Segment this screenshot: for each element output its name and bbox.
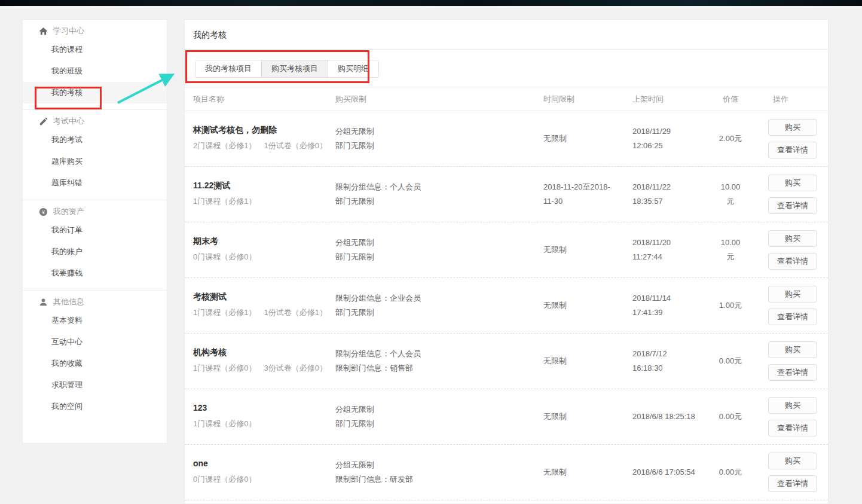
project-name: 11.22测试 xyxy=(193,180,329,191)
sidebar-section: 学习中心我的课程我的班级我的考核 xyxy=(23,20,167,110)
sidebar-section-title: 学习中心 xyxy=(23,23,167,39)
project-meta: 1门课程（必修1） 1份试卷（必修1） xyxy=(193,306,329,319)
buy-button[interactable]: 购买 xyxy=(768,175,817,191)
buy-button[interactable]: 购买 xyxy=(768,453,817,469)
listed-time: 2018/11/29 12:06:25 xyxy=(632,124,716,153)
purchase-limit-line2: 部门无限制 xyxy=(335,139,515,153)
sidebar-item[interactable]: 基本资料 xyxy=(23,310,167,331)
page-title: 我的考核 xyxy=(185,20,828,50)
sidebar-item[interactable]: 我的收藏 xyxy=(23,353,167,374)
purchase-limit-line1: 分组无限制 xyxy=(335,124,515,139)
project-meta: 1门课程（必修0） 3份试卷（必修0） xyxy=(193,361,329,375)
view-detail-button[interactable]: 查看详情 xyxy=(768,197,817,214)
listed-time: 2018/11/22 18:35:57 xyxy=(632,180,716,209)
sidebar-section: 考试中心我的考试题库购买题库纠错 xyxy=(23,110,167,200)
project-name: 林测试考核包，勿删除 xyxy=(193,124,329,135)
purchase-limit-line2: 部门无限制 xyxy=(335,417,515,431)
buy-button[interactable]: 购买 xyxy=(768,286,817,303)
view-detail-button[interactable]: 查看详情 xyxy=(768,420,817,436)
top-dark-strip xyxy=(0,0,862,6)
project-meta: 2门课程（必修1） 1份试卷（必修0） xyxy=(193,139,329,152)
tabs-row: 我的考核项目购买考核项目购买明细 xyxy=(185,50,828,87)
sidebar-section-label: 考试中心 xyxy=(53,116,84,127)
sidebar-section-title: 其他信息 xyxy=(23,294,167,310)
project-meta: 0门课程（必修0） xyxy=(193,250,329,264)
home-icon xyxy=(38,26,48,36)
purchase-limit-line2: 部门无限制 xyxy=(335,250,515,264)
time-limit: 无限制 xyxy=(543,354,610,368)
sidebar-item[interactable]: 我的考试 xyxy=(23,129,167,151)
buy-button[interactable]: 购买 xyxy=(768,341,817,358)
listed-time: 2018/7/12 16:18:30 xyxy=(632,347,716,375)
svg-text:¥: ¥ xyxy=(41,209,45,215)
sidebar-item[interactable]: 我的账户 xyxy=(23,241,167,262)
project-name: 期末考 xyxy=(193,236,329,246)
purchase-limit-line1: 分组无限制 xyxy=(335,458,515,472)
price: 2.00元 xyxy=(714,132,747,146)
purchase-limit-line2: 限制部门信息：研发部 xyxy=(335,472,515,487)
buy-button[interactable]: 购买 xyxy=(768,119,817,136)
sidebar-item[interactable]: 求职管理 xyxy=(23,374,167,396)
sidebar-item[interactable]: 我的空间 xyxy=(23,396,167,417)
purchase-limit-line1: 限制分组信息：企业会员 xyxy=(335,291,515,306)
sidebar-item[interactable]: 题库购买 xyxy=(23,151,167,172)
buy-button[interactable]: 购买 xyxy=(768,230,817,247)
header-listed-time: 上架时间 xyxy=(632,87,716,111)
buy-button[interactable]: 购买 xyxy=(768,397,817,414)
purchase-limit-line2: 限制部门信息：销售部 xyxy=(335,361,515,375)
view-detail-button[interactable]: 查看详情 xyxy=(768,253,817,270)
project-meta: 1门课程（必修1） xyxy=(193,194,329,208)
project-name: 机构考核 xyxy=(193,347,329,358)
purchase-limit-line1: 限制分组信息：个人会员 xyxy=(335,347,515,361)
price: 0.00元 xyxy=(714,410,747,424)
time-limit: 无限制 xyxy=(543,298,610,313)
sidebar-item[interactable]: 我要赚钱 xyxy=(23,262,167,284)
listed-time: 2018/11/14 17:41:39 xyxy=(632,291,716,320)
header-price: 价值 xyxy=(714,87,747,111)
tab[interactable]: 我的考核项目 xyxy=(195,60,261,77)
project-meta: 1门课程（必修0） xyxy=(193,417,329,430)
coin-icon: ¥ xyxy=(38,207,48,216)
sidebar-section: ¥我的资产我的订单我的账户我要赚钱 xyxy=(23,200,167,291)
sidebar-item[interactable]: 我的订单 xyxy=(23,219,167,241)
price: 10.00 元 xyxy=(714,236,747,264)
sidebar-item[interactable]: 我的课程 xyxy=(23,39,167,60)
time-limit: 无限制 xyxy=(543,243,610,257)
table-row: 林测试考核包，勿删除 2门课程（必修1） 1份试卷（必修0） 分组无限制 部门无… xyxy=(185,111,828,167)
table-row: 机构考核 1门课程（必修0） 3份试卷（必修0） 限制分组信息：个人会员 限制部… xyxy=(185,334,828,389)
table-row: 11.22测试 1门课程（必修1） 限制分组信息：个人会员 部门无限制 2018… xyxy=(185,167,828,222)
header-time-limit: 时间限制 xyxy=(543,87,610,111)
tab[interactable]: 购买考核项目 xyxy=(261,60,328,77)
header-project-name: 项目名称 xyxy=(193,87,329,111)
price: 10.00 元 xyxy=(714,180,747,209)
table-row: 考核测试 1门课程（必修1） 1份试卷（必修1） 限制分组信息：企业会员 部门无… xyxy=(185,278,828,334)
sidebar-section-title: 考试中心 xyxy=(23,114,167,129)
sidebar-section-title: ¥我的资产 xyxy=(23,204,167,219)
sidebar-sections: 学习中心我的课程我的班级我的考核考试中心我的考试题库购买题库纠错¥我的资产我的订… xyxy=(23,20,167,423)
project-meta: 0门课程（必修0） xyxy=(193,472,329,486)
listed-time: 2018/6/8 18:25:18 xyxy=(632,410,716,424)
tab[interactable]: 购买明细 xyxy=(328,60,378,77)
table-body: 林测试考核包，勿删除 2门课程（必修1） 1份试卷（必修0） 分组无限制 部门无… xyxy=(185,111,828,500)
purchase-limit-line2: 部门无限制 xyxy=(335,306,515,320)
sidebar-item[interactable]: 我的班级 xyxy=(23,60,167,82)
time-limit: 无限制 xyxy=(543,132,610,146)
sidebar-item[interactable]: 互动中心 xyxy=(23,331,167,353)
project-name: 123 xyxy=(193,402,329,413)
main-panel: 我的考核 我的考核项目购买考核项目购买明细 项目名称 购买限制 时间限制 上架时… xyxy=(184,19,829,504)
sidebar-item[interactable]: 我的考核 xyxy=(23,82,167,103)
view-detail-button[interactable]: 查看详情 xyxy=(768,364,817,381)
listed-time: 2018/6/6 17:05:54 xyxy=(632,465,716,479)
table-header: 项目名称 购买限制 时间限制 上架时间 价值 操作 xyxy=(185,87,828,111)
view-detail-button[interactable]: 查看详情 xyxy=(768,475,817,492)
time-limit: 2018-11-20至2018- 11-30 xyxy=(543,180,610,209)
sidebar-section-label: 我的资产 xyxy=(53,206,84,217)
view-detail-button[interactable]: 查看详情 xyxy=(768,142,817,158)
sidebar-item[interactable]: 题库纠错 xyxy=(23,172,167,194)
user-icon xyxy=(38,297,48,307)
header-actions: 操作 xyxy=(768,87,822,111)
purchase-limit-line2: 部门无限制 xyxy=(335,194,515,209)
table-row: 123 1门课程（必修0） 分组无限制 部门无限制 无限制 2018/6/8 1… xyxy=(185,389,828,445)
view-detail-button[interactable]: 查看详情 xyxy=(768,308,817,325)
project-name: 考核测试 xyxy=(193,291,329,302)
